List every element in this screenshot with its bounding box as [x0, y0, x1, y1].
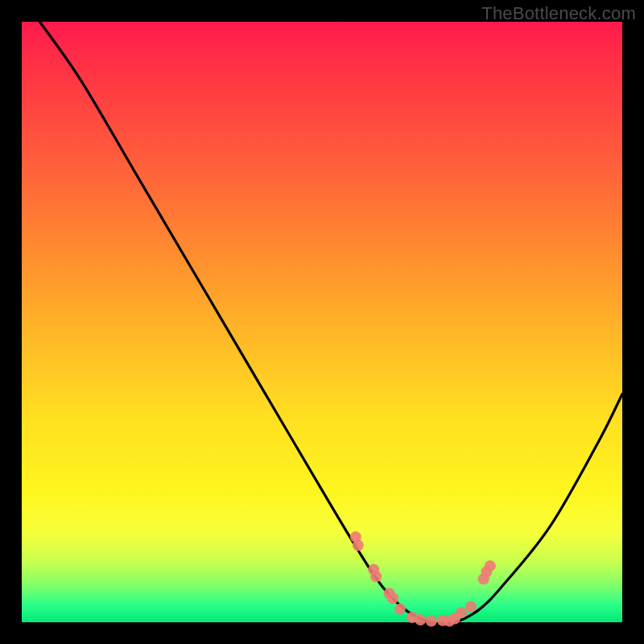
marker-dot: [415, 614, 426, 625]
marker-dot: [353, 540, 364, 551]
chart-svg: [22, 22, 622, 622]
bottleneck-curve: [39, 22, 622, 624]
marker-dot: [387, 592, 398, 604]
outer-frame: TheBottleneck.com: [0, 0, 644, 644]
marker-dot: [465, 601, 477, 613]
curve-layer: [39, 22, 622, 624]
marker-dot: [456, 607, 467, 618]
marker-dot: [485, 560, 496, 572]
marker-dot: [370, 571, 382, 582]
marker-dot: [394, 604, 406, 615]
marker-dot: [426, 616, 437, 627]
